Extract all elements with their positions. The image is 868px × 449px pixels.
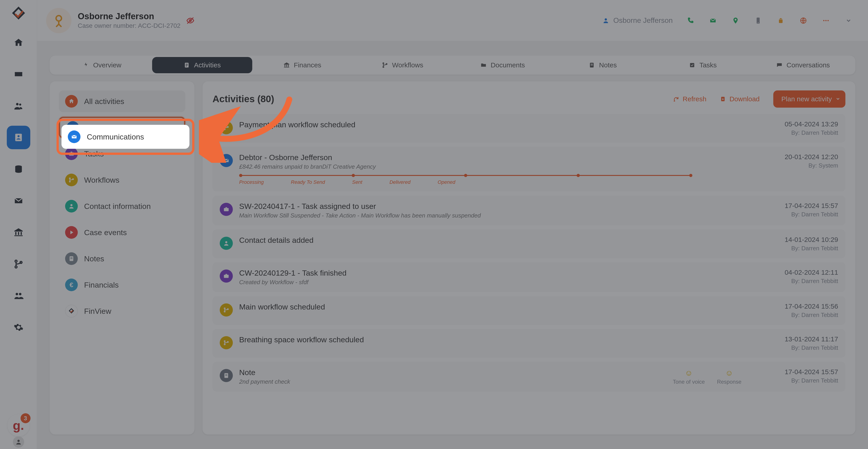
svg-point-18 (781, 19, 782, 19)
tab-documents[interactable]: Documents (453, 57, 553, 73)
activity-item[interactable]: Contact details added 14-01-2024 10:29 B… (213, 230, 845, 258)
filter-workflows[interactable]: Workflows (59, 169, 185, 191)
activity-sub: £842.46 remains unpaid to branDiT Creati… (239, 163, 750, 170)
mail-icon[interactable] (708, 16, 718, 26)
tab-activities[interactable]: Activities (152, 57, 252, 73)
activity-title: Main workflow scheduled (239, 302, 750, 311)
android-icon[interactable] (776, 16, 786, 26)
side-nav: g. 3 (0, 0, 37, 449)
activity-title: SW-20240417-1 - Task assigned to user (239, 202, 750, 211)
activity-item[interactable]: Note 2nd payment check ☺Tone of voice ☺R… (213, 362, 845, 392)
section-tabs: Overview Activities Finances Workflows D… (50, 56, 855, 74)
tab-workflows[interactable]: Workflows (352, 57, 453, 73)
activity-date: 20-01-2024 12:20 (757, 153, 838, 161)
filter-notes[interactable]: Notes (59, 248, 185, 269)
activity-date: 05-04-2024 13:29 (757, 120, 838, 128)
activity-author: By: Darren Tebbitt (757, 278, 838, 285)
nav-tickets[interactable] (7, 62, 30, 86)
app-logo (11, 6, 26, 22)
filter-contact[interactable]: Contact information (59, 195, 185, 217)
visibility-icon[interactable] (185, 15, 196, 26)
svg-point-3 (18, 135, 20, 137)
activity-title: Payment plan workflow scheduled (239, 120, 750, 129)
activity-item[interactable]: SW-20240417-1 - Task assigned to user Ma… (213, 196, 845, 226)
activity-item[interactable]: Debtor - Osborne Jefferson £842.46 remai… (213, 147, 845, 191)
activity-title: CW-20240129-1 - Task finished (239, 269, 750, 277)
tab-conversations[interactable]: Conversations (753, 57, 853, 73)
activity-item[interactable]: Breathing space workflow scheduled 13-01… (213, 329, 845, 358)
svg-rect-29 (69, 152, 74, 155)
nav-settings[interactable] (7, 316, 30, 339)
activity-date: 13-01-2024 11:17 (757, 335, 838, 343)
filter-communications[interactable]: Communications (59, 117, 185, 138)
task-icon (220, 203, 233, 216)
nav-people[interactable] (7, 94, 30, 118)
activity-date: 17-04-2024 15:57 (757, 202, 838, 210)
svg-point-6 (15, 266, 17, 268)
plan-activity-button[interactable]: Plan new activity (773, 90, 845, 108)
mobile-icon[interactable] (753, 16, 763, 26)
tab-overview[interactable]: Overview (52, 57, 152, 73)
current-user[interactable]: Osborne Jefferson (602, 16, 673, 25)
user-avatar-small[interactable] (13, 436, 24, 448)
nav-contacts[interactable] (7, 126, 30, 149)
nav-data[interactable] (7, 157, 30, 181)
svg-rect-43 (224, 275, 229, 278)
svg-point-5 (15, 260, 17, 262)
svg-point-8 (16, 293, 18, 295)
nav-mail[interactable] (7, 189, 30, 212)
svg-point-46 (224, 311, 225, 312)
activity-title: Debtor - Osborne Jefferson (239, 153, 750, 162)
task-icon (65, 147, 78, 160)
delivery-pipeline: ProcessingReady To SendSentDeliveredOpen… (239, 174, 750, 185)
case-name: Osborne Jefferson (78, 11, 180, 21)
svg-rect-30 (71, 152, 72, 153)
refresh-button[interactable]: Refresh (673, 95, 706, 103)
svg-point-49 (224, 344, 225, 345)
workflow-icon (65, 174, 78, 186)
activity-title: Note (239, 368, 666, 377)
svg-point-45 (224, 308, 225, 309)
filter-financials[interactable]: € Financials (59, 274, 185, 296)
activity-date: 17-04-2024 15:57 (757, 368, 838, 376)
euro-icon: € (65, 278, 78, 291)
nav-home[interactable] (7, 31, 30, 54)
tab-finances[interactable]: Finances (252, 57, 352, 73)
activity-filters: All activities Communications Tasks (50, 81, 194, 435)
svg-rect-28 (690, 63, 694, 67)
workflow-icon (220, 336, 233, 349)
nav-branch[interactable] (7, 252, 30, 276)
nav-bank[interactable] (7, 221, 30, 244)
note-icon (65, 252, 78, 265)
chevron-down-icon (835, 95, 840, 103)
filter-finview[interactable]: FinView (59, 300, 185, 322)
location-icon[interactable] (731, 16, 741, 26)
activity-item[interactable]: CW-20240129-1 - Task finished Created by… (213, 262, 845, 292)
svg-point-25 (383, 66, 384, 68)
filter-case-events[interactable]: Case events (59, 221, 185, 243)
tab-tasks[interactable]: Tasks (653, 57, 753, 73)
svg-point-32 (69, 181, 70, 182)
more-icon[interactable] (821, 16, 831, 26)
globe-icon[interactable] (798, 16, 808, 26)
phone-icon[interactable] (685, 16, 695, 26)
svg-rect-2 (15, 134, 22, 141)
filter-tasks[interactable]: Tasks (59, 143, 185, 164)
activity-item[interactable]: Payment plan workflow scheduled 05-04-20… (213, 114, 845, 143)
activity-date: 17-04-2024 15:56 (757, 302, 838, 310)
activity-title: Breathing space workflow scheduled (239, 335, 750, 344)
svg-point-20 (823, 20, 825, 21)
svg-point-24 (383, 63, 384, 64)
person-icon (65, 200, 78, 212)
svg-point-17 (780, 19, 780, 19)
activity-item[interactable]: Main workflow scheduled 17-04-2024 15:56… (213, 296, 845, 325)
chevron-down-icon[interactable] (844, 16, 854, 26)
filter-all-activities[interactable]: All activities (59, 90, 185, 112)
svg-point-21 (825, 20, 827, 21)
nav-group[interactable] (7, 284, 30, 307)
svg-point-34 (70, 204, 72, 206)
activity-author: By: System (757, 162, 838, 169)
download-button[interactable]: Download (720, 95, 760, 103)
tab-notes[interactable]: Notes (553, 57, 653, 73)
help-bubble[interactable]: g. 3 (7, 414, 30, 436)
